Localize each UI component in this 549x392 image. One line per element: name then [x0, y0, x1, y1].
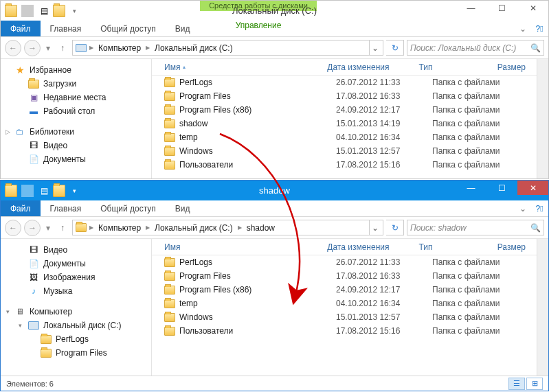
search-icon[interactable]: 🔍 — [530, 223, 541, 233]
titlebar[interactable]: ▤ ▾ shadow — ☐ ✕ — [1, 181, 548, 200]
maximize-button[interactable]: ☐ — [486, 1, 517, 15]
table-row[interactable]: Windows15.01.2013 12:57Папка с файлами — [152, 144, 537, 158]
help-icon[interactable]: ?⃝ — [530, 21, 548, 36]
search-icon[interactable]: 🔍 — [530, 43, 541, 53]
qat-dropdown-icon[interactable]: ▾ — [68, 5, 80, 17]
ribbon-expand-icon[interactable]: ⌄ — [515, 21, 530, 36]
maximize-button[interactable]: ☐ — [486, 181, 517, 195]
crumb-drive-c[interactable]: Локальный диск (C:) — [153, 223, 235, 233]
col-type[interactable]: Тип — [415, 62, 493, 72]
col-date[interactable]: Дата изменения — [323, 62, 414, 72]
close-button[interactable]: ✕ — [517, 1, 548, 15]
table-row[interactable]: Пользователи17.08.2012 15:16Папка с файл… — [152, 158, 537, 172]
tab-share[interactable]: Общий доступ — [91, 21, 166, 36]
col-name[interactable]: Имя — [160, 242, 323, 252]
crumb-computer[interactable]: Компьютер — [96, 223, 143, 233]
scrollbar-vertical[interactable] — [537, 239, 548, 376]
tab-home[interactable]: Главная — [41, 21, 91, 36]
address-dropdown-icon[interactable]: ⌄ — [369, 41, 380, 55]
chevron-right-icon[interactable]: ▶ — [236, 224, 243, 231]
qat-folder-icon[interactable] — [53, 5, 65, 17]
search-input[interactable]: Поиск: Локальный диск (C:) 🔍 — [407, 40, 544, 56]
up-button[interactable]: ↑ — [56, 223, 69, 233]
address-dropdown-icon[interactable]: ⌄ — [369, 220, 380, 235]
tab-manage[interactable]: Управление — [200, 21, 317, 30]
table-row[interactable]: PerfLogs26.07.2012 11:33Папка с файлами — [152, 76, 537, 89]
sidebar-item-music[interactable]: ♪Музыка — [1, 284, 151, 298]
forward-button[interactable]: → — [24, 220, 41, 236]
col-size[interactable]: Размер — [493, 242, 537, 252]
details-view-button[interactable]: ☰ — [508, 378, 525, 390]
nav-history-dropdown[interactable]: ▾ — [43, 43, 53, 53]
scrollbar-vertical[interactable] — [537, 59, 548, 178]
sidebar-libraries-head[interactable]: ▷🗀Библиотеки — [1, 125, 151, 139]
properties-icon[interactable]: ▤ — [38, 185, 50, 197]
table-row[interactable]: Windows15.01.2013 12:57Папка с файлами — [152, 310, 537, 324]
sidebar-item-downloads[interactable]: Загрузки — [1, 77, 151, 91]
col-type[interactable]: Тип — [415, 242, 493, 252]
table-row[interactable]: temp04.10.2012 16:34Папка с файлами — [152, 297, 537, 310]
tab-file[interactable]: Файл — [1, 21, 41, 36]
properties-icon[interactable]: ▤ — [38, 5, 50, 17]
expand-icon[interactable]: ▾ — [16, 321, 24, 330]
table-row[interactable]: temp04.10.2012 16:34Папка с файлами — [152, 130, 537, 144]
forward-button[interactable]: → — [24, 40, 41, 56]
nav-history-dropdown[interactable]: ▾ — [43, 223, 53, 233]
context-tab-disk-tools[interactable]: Средства работы с дисками — [200, 1, 317, 11]
breadcrumb[interactable]: ▶ Компьютер ▶ Локальный диск (C:) ⌄ — [72, 40, 383, 56]
col-date[interactable]: Дата изменения — [323, 242, 414, 252]
sidebar-item-drive-c[interactable]: ▾Локальный диск (C:) — [1, 319, 151, 332]
expand-icon[interactable]: ▾ — [3, 308, 12, 316]
tab-home[interactable]: Главная — [41, 200, 91, 216]
minimize-button[interactable]: — — [456, 1, 486, 15]
chevron-right-icon[interactable]: ▶ — [144, 224, 151, 231]
up-button[interactable]: ↑ — [56, 43, 69, 53]
sidebar-item-program-files[interactable]: Program Files — [1, 346, 151, 360]
file-rows[interactable]: PerfLogs26.07.2012 11:33Папка с файламиP… — [152, 76, 537, 178]
refresh-button[interactable]: ↻ — [386, 40, 404, 56]
crumb-computer[interactable]: Компьютер — [96, 43, 143, 53]
crumb-drive-c[interactable]: Локальный диск (C:) — [153, 43, 235, 53]
chevron-right-icon[interactable]: ▶ — [88, 224, 95, 231]
chevron-right-icon[interactable]: ▶ — [144, 45, 151, 51]
close-button[interactable]: ✕ — [517, 181, 548, 195]
sidebar-item-recent[interactable]: ▣Недавние места — [1, 91, 151, 104]
sidebar-computer-head[interactable]: ▾🖥Компьютер — [1, 305, 151, 319]
table-row[interactable]: Program Files (x86)24.09.2012 12:17Папка… — [152, 103, 537, 117]
sidebar-item-documents[interactable]: 📄Документы — [1, 152, 151, 166]
table-row[interactable]: Пользователи17.08.2012 15:16Папка с файл… — [152, 324, 537, 338]
sidebar-item-desktop[interactable]: ▬Рабочий стол — [1, 104, 151, 118]
tab-view[interactable]: Вид — [166, 21, 200, 36]
breadcrumb[interactable]: ▶ Компьютер ▶ Локальный диск (C:) ▶ shad… — [72, 220, 383, 235]
back-button[interactable]: ← — [5, 220, 21, 236]
refresh-button[interactable]: ↻ — [386, 220, 404, 235]
search-input[interactable]: Поиск: shadow 🔍 — [407, 220, 544, 235]
sidebar-item-pictures[interactable]: 🖼Изображения — [1, 270, 151, 284]
qat-folder-icon[interactable] — [53, 185, 65, 197]
table-row[interactable]: PerfLogs26.07.2012 11:33Папка с файлами — [152, 255, 537, 269]
icons-view-button[interactable]: ⊞ — [526, 378, 543, 390]
tab-view[interactable]: Вид — [166, 200, 200, 216]
tab-share[interactable]: Общий доступ — [91, 200, 166, 216]
qat-dropdown-icon[interactable]: ▾ — [68, 185, 80, 197]
table-row[interactable]: Program Files (x86)24.09.2012 12:17Папка… — [152, 283, 537, 297]
sidebar-item-documents[interactable]: 📄Документы — [1, 257, 151, 270]
minimize-button[interactable]: — — [456, 181, 486, 195]
crumb-shadow[interactable]: shadow — [245, 223, 277, 233]
file-rows[interactable]: PerfLogs26.07.2012 11:33Папка с файламиP… — [152, 255, 537, 376]
sidebar-item-videos[interactable]: 🎞Видео — [1, 243, 151, 257]
ribbon-expand-icon[interactable]: ⌄ — [515, 200, 530, 216]
chevron-right-icon[interactable]: ▶ — [88, 45, 95, 51]
col-size[interactable]: Размер — [493, 62, 537, 72]
navigation-pane[interactable]: 🎞Видео 📄Документы 🖼Изображения ♪Музыка ▾… — [1, 239, 152, 376]
table-row[interactable]: shadow15.01.2013 14:19Папка с файлами — [152, 117, 537, 130]
collapse-icon[interactable]: ▷ — [3, 128, 12, 136]
tab-file[interactable]: Файл — [1, 200, 41, 216]
help-icon[interactable]: ?⃝ — [530, 200, 548, 216]
navigation-pane[interactable]: ★Избранное Загрузки ▣Недавние места ▬Раб… — [1, 59, 152, 178]
back-button[interactable]: ← — [5, 40, 21, 56]
table-row[interactable]: Program Files17.08.2012 16:33Папка с фай… — [152, 89, 537, 103]
sidebar-item-perflogs[interactable]: PerfLogs — [1, 332, 151, 346]
col-name[interactable]: Имя▴ — [160, 62, 323, 72]
titlebar[interactable]: ▤ ▾ Средства работы с дисками Локальный … — [1, 1, 548, 21]
